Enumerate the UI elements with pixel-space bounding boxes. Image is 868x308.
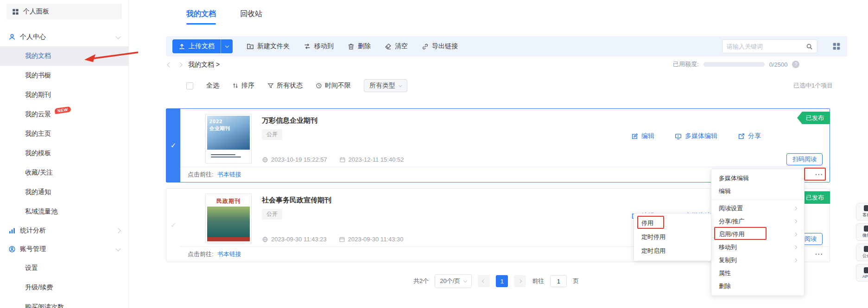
chevron-down-icon [463, 278, 467, 282]
label: 多媒体编辑 [685, 132, 717, 140]
label: 移动到 [719, 243, 737, 251]
label: 阅读设置 [719, 204, 743, 213]
submenu-item-scheduled-disable[interactable]: 定时停用 [634, 230, 711, 244]
label: 微信 [862, 233, 868, 239]
document-dates: 2023-10-19 15:22:57 2023-12-11 15:40:52 [262, 156, 404, 163]
sidebar-group-personal-center[interactable]: 个人中心 [0, 28, 128, 46]
new-folder-button[interactable]: 新建文件夹 [247, 42, 290, 50]
type-filter-select[interactable]: 所有类型 [364, 79, 407, 92]
upload-button[interactable]: 上传文档 [172, 39, 221, 53]
quota-indicator: 已用额度: 0/2500 ? [673, 60, 799, 69]
upload-dropdown-button[interactable] [221, 39, 233, 53]
more-actions-button[interactable]: ⋯ [815, 252, 823, 257]
item-label: 我的书橱 [25, 71, 51, 80]
search-icon[interactable] [806, 43, 813, 50]
sidebar-group-statistics[interactable]: 统计分析 [0, 221, 128, 240]
public-account-button[interactable]: 公众 [856, 244, 868, 261]
edit-button[interactable]: 编辑 [631, 132, 654, 140]
sidebar-item-my-yunjing[interactable]: 我的云景 NEW [0, 105, 128, 124]
item-label: 收藏/关注 [25, 169, 53, 177]
book-link[interactable]: 书本链接 [217, 170, 241, 179]
nav-forward-button[interactable] [178, 63, 182, 67]
label: 全选 [206, 82, 219, 90]
menu-item-media-edit[interactable]: 多媒体编辑 [711, 172, 804, 185]
sidebar-item-notifications[interactable]: 我的通知 [0, 182, 128, 202]
toolbar: 上传文档 新建文件夹 移动到 删除 清空 导出链接 [166, 36, 847, 57]
view-toggle-button[interactable] [832, 42, 841, 50]
delete-button[interactable]: 删除 [348, 42, 371, 50]
export-link-button[interactable]: 导出链接 [422, 42, 458, 50]
tab-recycle-bin[interactable]: 回收站 [240, 9, 262, 25]
sidebar-item-private-traffic[interactable]: 私域流量池 [0, 202, 128, 221]
document-title[interactable]: 社会事务民政宣传期刊 [262, 196, 331, 205]
submenu-item-scheduled-enable[interactable]: 定时启用 [634, 244, 711, 258]
tab-my-docs[interactable]: 我的文档 [186, 9, 216, 25]
item-label: 我的通知 [25, 188, 51, 196]
menu-item-enable-disable[interactable]: 启用/停用 [711, 228, 804, 241]
selection-strip[interactable]: ✓ [166, 109, 180, 182]
share-button[interactable]: 分享 [738, 132, 761, 140]
menu-item-share-promote[interactable]: 分享/推广 [711, 215, 804, 228]
label: 复制到 [719, 256, 737, 264]
sidebar-item-favorites[interactable]: 收藏/关注 [0, 163, 128, 182]
cover-footer [207, 150, 250, 162]
wechat-button[interactable]: 微信 [856, 223, 868, 241]
chevron-right-icon [793, 245, 797, 249]
sidebar-item-settings[interactable]: 设置 [0, 258, 128, 278]
document-cover[interactable]: 2022 企业期刊 [205, 114, 252, 163]
status-filter-button[interactable]: 所有状态 [267, 82, 303, 90]
move-to-button[interactable]: 移动到 [304, 42, 334, 50]
media-edit-icon [675, 133, 682, 140]
next-page-button[interactable] [514, 275, 526, 287]
select-all-checkbox[interactable] [186, 82, 193, 89]
sidebar-item-my-journals[interactable]: 我的期刊 [0, 85, 128, 105]
enable-disable-submenu: 停用 定时停用 定时启用 [634, 213, 711, 261]
sidebar-item-my-homepage[interactable]: 我的主页 [0, 124, 128, 144]
goto-page-input[interactable] [550, 275, 567, 287]
menu-item-edit[interactable]: 编辑 [711, 185, 804, 198]
qr-read-button[interactable]: 扫码阅读 [786, 153, 823, 165]
document-cover[interactable]: 民政期刊 [205, 194, 252, 243]
button-label: 清空 [395, 42, 408, 50]
document-title[interactable]: 万彩信息企业期刊 [262, 116, 317, 125]
clear-button[interactable]: 清空 [385, 42, 408, 50]
more-actions-button[interactable]: ⋯ [815, 172, 823, 177]
label: 删除 [719, 282, 731, 290]
menu-item-copy-to[interactable]: 复制到 [711, 254, 804, 267]
app-button[interactable]: APP [856, 264, 868, 282]
submenu-item-disable[interactable]: 停用 [634, 216, 711, 230]
selection-strip[interactable]: ✓ [166, 189, 180, 262]
page-size-value: 20个/页 [440, 277, 460, 285]
media-edit-button[interactable]: 多媒体编辑 [675, 132, 717, 140]
search-input[interactable] [727, 43, 803, 50]
help-icon[interactable]: ? [792, 61, 799, 68]
wechat-icon [864, 226, 868, 232]
prev-page-button[interactable] [478, 275, 490, 287]
sidebar-item-my-bookshelf[interactable]: 我的书橱 [0, 66, 128, 85]
calendar-icon [339, 157, 346, 163]
menu-item-delete[interactable]: 删除 [711, 280, 804, 293]
menu-item-move-to[interactable]: 移动到 [711, 241, 804, 254]
menu-item-properties[interactable]: 属性 [711, 267, 804, 280]
personal-panel-header[interactable]: 个人面板 [6, 4, 122, 19]
time-filter-button[interactable]: 时间不限 [316, 82, 351, 90]
breadcrumb[interactable]: 我的文档 > [188, 61, 220, 69]
customer-service-button[interactable]: 客服 [856, 203, 868, 220]
sidebar-item-upgrade-renew[interactable]: 升级/续费 [0, 278, 128, 297]
sidebar-item-my-docs[interactable]: 我的文档 [0, 46, 128, 66]
chevron-down-icon [225, 44, 228, 47]
sidebar-item-purchase-reads[interactable]: 购买阅读次数 [0, 297, 128, 308]
book-link[interactable]: 书本链接 [217, 250, 241, 258]
clock-icon [316, 82, 322, 89]
menu-item-read-settings[interactable]: 阅读设置 [711, 202, 804, 215]
page-number-1[interactable]: 1 [496, 275, 508, 287]
sidebar-item-my-templates[interactable]: 我的模板 [0, 144, 128, 163]
chevron-right-icon [793, 220, 797, 223]
page-size-select[interactable]: 20个/页 [435, 274, 472, 288]
sort-button[interactable]: 排序 [232, 82, 254, 90]
select-all-label[interactable]: 全选 [206, 82, 219, 90]
nav-back-button[interactable] [168, 63, 171, 67]
sidebar-group-account[interactable]: 账号管理 [0, 240, 128, 258]
button-label: 删除 [358, 42, 371, 50]
item-label: 购买阅读次数 [25, 303, 64, 308]
